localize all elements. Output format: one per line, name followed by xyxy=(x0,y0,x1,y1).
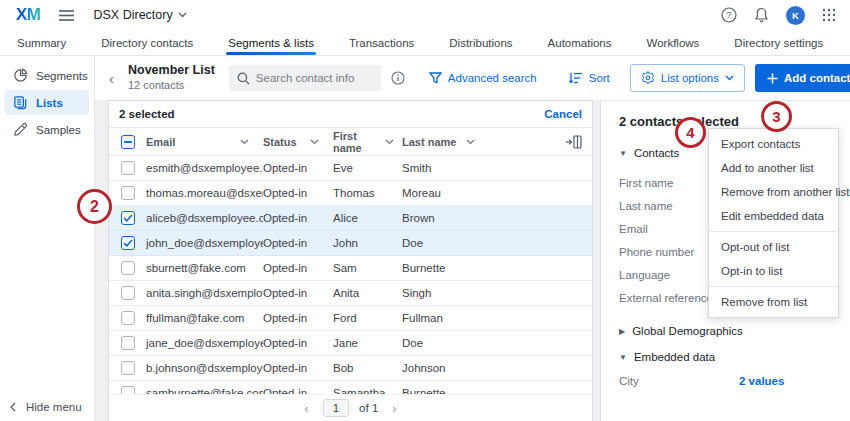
table-row[interactable]: b.johnson@dsxemployee.... Opted-in Bob J… xyxy=(109,356,592,381)
directory-name: DSX Directory xyxy=(94,8,173,22)
user-avatar[interactable]: K xyxy=(786,6,805,25)
cell-email: anita.singh@dsxemployee... xyxy=(146,287,263,299)
tab-summary[interactable]: Summary xyxy=(15,30,68,55)
cell-first-name: Bob xyxy=(333,362,402,374)
hide-menu-label: Hide menu xyxy=(26,401,82,413)
embedded-data-section-toggle[interactable]: ▼ Embedded data xyxy=(619,351,850,363)
previous-page-button[interactable]: ‹ xyxy=(300,401,312,416)
menu-item-edit-embedded-data[interactable]: Edit embedded data xyxy=(709,204,838,228)
annotation-step-2: 2 xyxy=(77,189,112,224)
first-name-column-chevron-icon[interactable] xyxy=(385,139,394,145)
table-row-selected[interactable]: aliceb@dsxemployee.com Opted-in Alice Br… xyxy=(109,206,592,231)
add-contacts-button[interactable]: Add contacts to list xyxy=(755,64,850,92)
menu-item-export-contacts[interactable]: Export contacts xyxy=(709,132,838,156)
row-checkbox[interactable] xyxy=(121,161,135,175)
cell-first-name: Eve xyxy=(333,162,402,174)
chevron-down-icon xyxy=(725,75,734,81)
list-options-button[interactable]: List options xyxy=(630,64,745,92)
cell-last-name: Doe xyxy=(402,337,592,349)
app-switcher-waffle-icon[interactable] xyxy=(822,8,836,22)
table-row[interactable]: sburnett@fake.com Opted-in Sam Burnette xyxy=(109,256,592,281)
table-row[interactable]: anita.singh@dsxemployee... Opted-in Anit… xyxy=(109,281,592,306)
row-checkbox[interactable] xyxy=(121,311,135,325)
cell-first-name: Ford xyxy=(333,312,402,324)
menu-item-remove-from-list[interactable]: Remove from list xyxy=(709,290,838,314)
cancel-selection-button[interactable]: Cancel xyxy=(544,108,582,120)
add-column-icon[interactable] xyxy=(566,135,582,149)
cell-status: Opted-in xyxy=(263,312,333,324)
embedded-field-city-values-link[interactable]: 2 values xyxy=(739,375,784,387)
primary-tab-bar: Summary Directory contacts Segments & li… xyxy=(0,30,850,56)
row-checkbox[interactable] xyxy=(121,286,135,300)
sidebar-item-segments[interactable]: Segments xyxy=(5,63,89,88)
menu-item-opt-out-of-list[interactable]: Opt-out of list xyxy=(709,235,838,259)
hide-menu-button[interactable]: Hide menu xyxy=(10,401,82,413)
annotation-step-4: 4 xyxy=(675,117,706,148)
filter-funnel-icon xyxy=(429,72,442,84)
table-row[interactable]: ffullman@fake.com Opted-in Ford Fullman xyxy=(109,306,592,331)
row-checkbox[interactable] xyxy=(121,336,135,350)
tab-distributions[interactable]: Distributions xyxy=(447,30,514,55)
global-demographics-section-toggle[interactable]: ▶ Global Demographics xyxy=(619,325,850,337)
row-checkbox-checked[interactable] xyxy=(121,236,135,250)
current-page-input[interactable]: 1 xyxy=(323,399,349,417)
column-header-email[interactable]: Email xyxy=(146,136,175,148)
tab-directory-settings[interactable]: Directory settings xyxy=(732,30,825,55)
menu-item-add-to-another-list[interactable]: Add to another list xyxy=(709,156,838,180)
back-button[interactable]: ‹ xyxy=(105,70,118,87)
directory-switcher[interactable]: DSX Directory xyxy=(94,8,187,22)
cell-status: Opted-in xyxy=(263,287,333,299)
list-title-block: November List 12 contacts xyxy=(128,63,215,92)
email-column-chevron-icon[interactable] xyxy=(240,139,249,145)
cell-first-name: Sam xyxy=(333,262,402,274)
sidebar-item-samples[interactable]: Samples xyxy=(5,117,89,142)
status-column-chevron-icon[interactable] xyxy=(310,139,319,145)
table-row[interactable]: esmith@dsxemployee.com Opted-in Eve Smit… xyxy=(109,156,592,181)
sidebar-label-samples: Samples xyxy=(36,124,81,136)
cell-first-name: Alice xyxy=(333,212,402,224)
lists-icon xyxy=(13,95,28,110)
sort-button[interactable]: Sort xyxy=(569,72,610,84)
row-checkbox[interactable] xyxy=(121,186,135,200)
left-sidebar: Segments Lists Samples Hide menu xyxy=(0,56,95,421)
cell-status: Opted-in xyxy=(263,362,333,374)
sidebar-item-lists[interactable]: Lists xyxy=(5,90,89,115)
next-page-button[interactable]: › xyxy=(388,401,400,416)
row-checkbox[interactable] xyxy=(121,261,135,275)
cell-last-name: Brown xyxy=(402,212,592,224)
cell-last-name: Doe xyxy=(402,237,592,249)
tab-workflows[interactable]: Workflows xyxy=(645,30,702,55)
cell-email: aliceb@dsxemployee.com xyxy=(146,212,263,224)
table-row[interactable]: thomas.moreau@dsxempl... Opted-in Thomas… xyxy=(109,181,592,206)
page-count-label: of 1 xyxy=(359,402,378,414)
samples-eyedropper-icon xyxy=(13,122,28,137)
hamburger-menu-icon[interactable] xyxy=(59,10,74,21)
triangle-right-icon: ▶ xyxy=(619,327,625,336)
cell-last-name: Burnette xyxy=(402,262,592,274)
search-info-icon[interactable] xyxy=(391,71,405,85)
select-all-checkbox[interactable] xyxy=(121,135,135,149)
search-icon xyxy=(237,72,250,85)
menu-item-remove-from-another-list[interactable]: Remove from another list xyxy=(709,180,838,204)
table-row[interactable]: jane_doe@dsxemployee.... Opted-in Jane D… xyxy=(109,331,592,356)
row-checkbox-checked[interactable] xyxy=(121,211,135,225)
table-row-selected[interactable]: john_doe@dsxemployee.... Opted-in John D… xyxy=(109,231,592,256)
list-name: November List xyxy=(128,63,215,79)
tab-directory-contacts[interactable]: Directory contacts xyxy=(99,30,195,55)
advanced-search-button[interactable]: Advanced search xyxy=(429,72,537,84)
tab-transactions[interactable]: Transactions xyxy=(347,30,416,55)
column-header-first-name[interactable]: First name xyxy=(333,130,385,154)
column-header-status[interactable]: Status xyxy=(263,136,297,148)
list-contact-count: 12 contacts xyxy=(128,79,215,93)
tab-automations[interactable]: Automations xyxy=(546,30,614,55)
search-text-field[interactable] xyxy=(256,72,373,84)
notifications-bell-icon[interactable] xyxy=(754,7,769,23)
tab-segments-lists[interactable]: Segments & lists xyxy=(226,30,316,55)
search-input[interactable] xyxy=(229,65,381,91)
last-name-column-chevron-icon[interactable] xyxy=(466,139,475,145)
help-icon[interactable]: ? xyxy=(721,7,737,23)
contact-actions-dropdown-menu: Export contacts Add to another list Remo… xyxy=(708,128,839,318)
row-checkbox[interactable] xyxy=(121,361,135,375)
menu-item-opt-in-to-list[interactable]: Opt-in to list xyxy=(709,259,838,283)
column-header-last-name[interactable]: Last name xyxy=(402,136,456,148)
